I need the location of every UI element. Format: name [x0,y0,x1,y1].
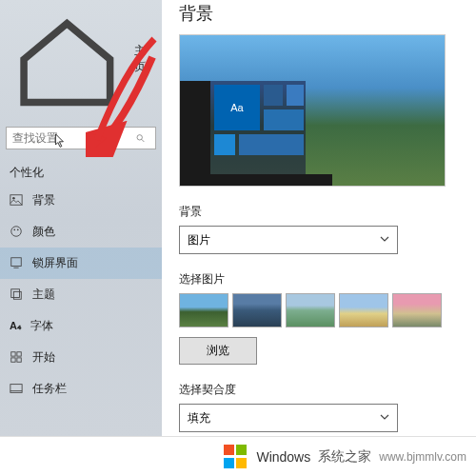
svg-rect-10 [13,292,21,300]
picture-thumb-5[interactable] [392,293,442,327]
sidebar-item-start[interactable]: 开始 [0,342,162,373]
font-icon: A₄ [10,320,21,332]
svg-rect-11 [11,352,15,356]
svg-line-1 [142,139,145,142]
choose-picture-label: 选择图片 [179,271,459,288]
footer-brand1: Windows [256,449,310,465]
sidebar-item-lockscreen[interactable]: 锁屏界面 [0,248,162,279]
select-value: 图片 [188,232,210,248]
sidebar-item-colors[interactable]: 颜色 [0,216,162,248]
picture-thumbnails [179,293,459,327]
fit-label: 选择契合度 [179,382,459,398]
footer-brand2: 系统之家 [318,448,371,466]
taskbar-icon [10,382,23,395]
svg-point-0 [137,134,142,139]
svg-rect-13 [11,358,15,362]
lockscreen-icon [10,256,23,269]
preview-tile-sample: Aa [214,85,260,130]
background-preview: Aa [179,34,446,187]
watermark-footer: Windows 系统之家 www.bjmmlv.com [0,436,476,476]
nav-label: 颜色 [32,224,55,240]
nav-label: 开始 [32,349,55,366]
home-label: 主页 [134,43,152,75]
svg-point-3 [12,197,15,200]
preview-startmenu [180,81,210,174]
preview-tile [239,134,304,155]
search-icon [135,132,146,144]
home-icon [10,2,125,117]
select-value: 填充 [188,410,210,426]
nav-label: 背景 [32,192,55,208]
preview-tile [287,85,304,106]
picture-thumb-3[interactable] [286,293,335,327]
preview-tile [214,134,235,155]
preview-taskbar [180,174,332,186]
browse-button[interactable]: 浏览 [179,337,257,365]
section-personalization: 个性化 [0,157,162,185]
image-icon [10,193,23,207]
sidebar-item-taskbar[interactable]: 任务栏 [0,373,162,405]
search-input-container[interactable] [6,127,156,149]
fit-select[interactable]: 填充 [179,404,398,432]
svg-point-6 [17,229,19,231]
background-type-select[interactable]: 图片 [179,226,398,254]
svg-rect-14 [17,358,21,362]
preview-tile [264,85,283,106]
svg-rect-9 [11,289,20,298]
picture-thumb-4[interactable] [339,293,388,327]
search-input[interactable] [12,131,135,145]
chevron-down-icon [380,233,389,247]
page-title: 背景 [179,0,459,34]
nav-label: 锁屏界面 [32,255,78,271]
sidebar-item-home[interactable]: 主页 [0,0,162,123]
theme-icon [10,288,23,301]
preview-tiles: Aa [210,81,306,174]
preview-tile [264,109,304,130]
chevron-down-icon [380,411,389,425]
settings-sidebar: 主页 个性化 背景 颜色 锁屏界面 主题 A₄ 字体 开始 任务栏 [0,0,162,438]
picture-thumb-2[interactable] [232,293,282,327]
sidebar-item-themes[interactable]: 主题 [0,279,162,310]
nav-label: 主题 [32,287,55,303]
sidebar-item-background[interactable]: 背景 [0,185,162,216]
sidebar-item-fonts[interactable]: A₄ 字体 [0,310,162,342]
footer-url: www.bjmmlv.com [379,450,466,464]
background-dropdown-label: 背景 [179,204,459,220]
svg-point-4 [11,227,22,237]
svg-rect-7 [11,258,22,267]
main-content: 背景 Aa 背景 图片 选择图片 浏览 选择契合度 填充 [162,0,476,438]
palette-icon [10,225,23,238]
start-icon [10,350,23,364]
svg-rect-12 [17,352,21,356]
nav-label: 字体 [30,318,53,334]
nav-label: 任务栏 [32,381,67,397]
windows-logo-icon [224,445,248,469]
svg-point-5 [13,229,15,231]
picture-thumb-1[interactable] [179,293,228,327]
preview-desktop: Aa [180,81,332,186]
